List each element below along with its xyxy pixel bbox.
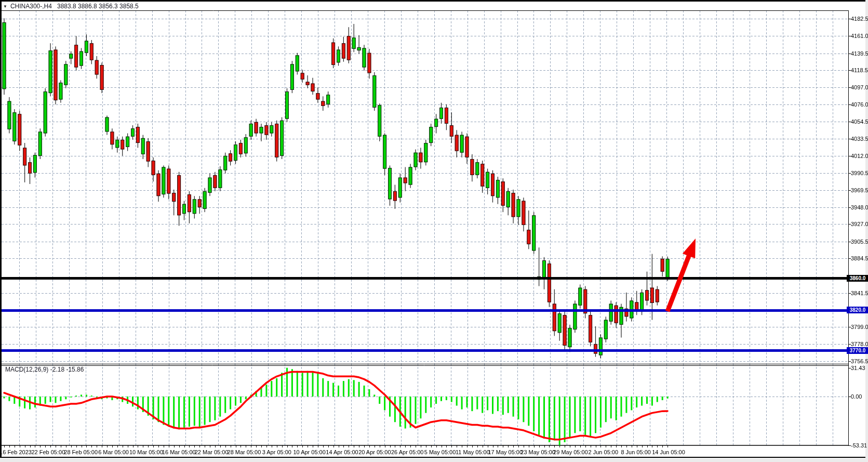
price-tick-label: 4182.5 [851, 16, 868, 22]
price-chart-canvas[interactable] [0, 0, 868, 462]
macd-indicator-label: MACD(12,26,9) -2.18 -15.86 [5, 366, 84, 373]
price-tick-label: 3799.0 [851, 324, 868, 330]
date-tick-label: 2 Jun 05:00 [589, 449, 619, 455]
hline-price-badge-3820[interactable]: 3820.0 [847, 307, 868, 313]
price-tick-label: 4076.0 [851, 101, 868, 108]
price-tick-label: 4097.0 [851, 84, 868, 90]
price-tick-label: 3927.0 [851, 221, 868, 227]
date-tick-label: 5 May 05:00 [424, 449, 456, 455]
date-tick-label: 28 Feb 05:00 [64, 449, 98, 455]
price-tick-label: 4012.0 [851, 153, 868, 159]
hline-price-badge-3770[interactable]: 3770.0 [847, 347, 868, 354]
symbol-dropdown-icon[interactable]: ▼ [3, 4, 7, 9]
macd-values: -2.18 -15.86 [50, 366, 84, 373]
date-tick-label: 20 Apr 05:00 [358, 449, 391, 455]
date-tick-label: 14 Jun 05:00 [652, 449, 685, 455]
date-tick-label: 22 Mar 05:00 [195, 449, 229, 455]
date-tick-label: 3 Apr 05:00 [262, 449, 291, 455]
date-tick-label: 23 May 05:00 [520, 449, 555, 455]
price-tick-label: 4161.0 [851, 33, 868, 39]
macd-name: MACD(12,26,9) [5, 366, 48, 373]
date-tick-label: 22 Feb 05:00 [31, 449, 65, 455]
chart-window: ▼ CHINA300-,H4 3883.8 3886.8 3856.3 3858… [0, 0, 868, 462]
price-tick-label: 4139.5 [851, 50, 868, 57]
price-tick-label: 3884.5 [851, 255, 868, 261]
indicator-tick-label: 31.43 [851, 365, 865, 371]
price-tick-label: 3778.0 [851, 341, 868, 347]
date-tick-label: 28 Mar 05:00 [228, 449, 261, 455]
date-tick-label: 11 May 05:00 [456, 449, 490, 455]
date-tick-label: 16 Feb 2023 [0, 449, 32, 455]
price-tick-label: 3948.0 [851, 204, 868, 210]
indicator-tick-label: 0.00 [851, 393, 862, 400]
price-tick-label: 4033.5 [851, 136, 868, 142]
price-tick-label: 3905.5 [851, 239, 868, 245]
price-tick-label: 3969.5 [851, 187, 868, 193]
price-tick-label: 3841.5 [851, 290, 868, 296]
price-tick-label: 4054.5 [851, 118, 868, 125]
ohlc-readout: 3883.8 3886.8 3856.3 3858.5 [57, 3, 139, 10]
date-tick-label: 16 Mar 05:00 [162, 449, 196, 455]
date-tick-label: 26 Apr 05:00 [391, 449, 423, 455]
symbol-period-label: CHINA300-,H4 [10, 3, 52, 10]
date-tick-label: 29 May 05:00 [553, 449, 588, 455]
hline-price-badge-3860[interactable]: 3860.0 [847, 275, 868, 282]
price-tick-label: 3756.5 [851, 358, 868, 364]
date-tick-label: 17 May 05:00 [488, 449, 523, 455]
date-tick-label: 8 Jun 05:00 [621, 449, 651, 455]
price-tick-label: 4118.5 [851, 67, 868, 73]
date-tick-label: 6 Mar 05:00 [98, 449, 129, 455]
indicator-tick-label: -53.31 [851, 442, 867, 448]
chart-titlebar: ▼ CHINA300-,H4 3883.8 3886.8 3856.3 3858… [3, 2, 139, 10]
date-tick-label: 10 Mar 05:00 [129, 449, 163, 455]
date-tick-label: 10 Apr 05:00 [293, 449, 325, 455]
date-tick-label: 14 Apr 05:00 [326, 449, 358, 455]
price-tick-label: 3990.5 [851, 170, 868, 176]
